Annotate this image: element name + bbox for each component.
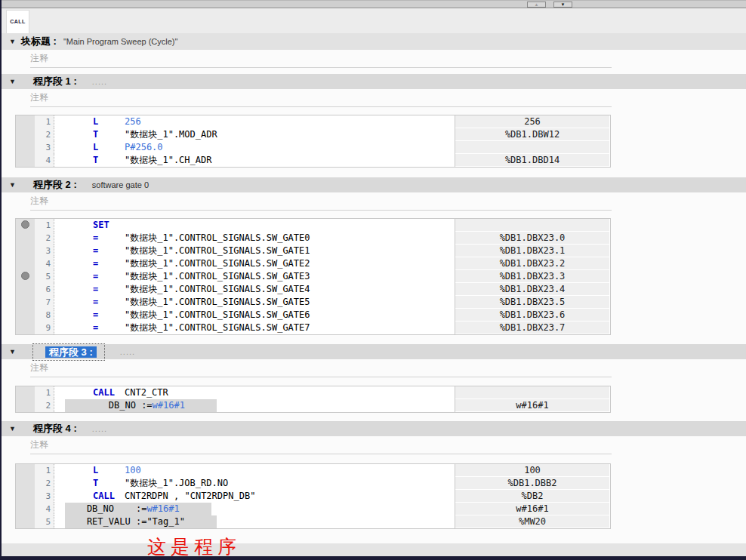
chevron-down-icon[interactable]: ▼ — [8, 38, 17, 45]
breakpoint-margin[interactable] — [16, 386, 35, 399]
chevron-down-icon[interactable]: ▼ — [8, 78, 17, 85]
code-cell[interactable]: ="数据块_1".CONTROL_SIGNALS.SW_GATE5 — [54, 296, 455, 309]
block-title-label: 块标题 : — [21, 35, 57, 48]
code-cell[interactable]: L256 — [54, 115, 455, 128]
code-line: 2T"数据块_1".JOB_RD.NO%DB1.DBB2 — [16, 477, 610, 490]
network-subtitle[interactable]: ..... — [92, 424, 107, 433]
line-number: 2 — [35, 399, 54, 412]
breakpoint-margin[interactable] — [16, 309, 35, 322]
instruction: = — [93, 245, 125, 257]
block-comment-field[interactable]: 注释 — [30, 50, 612, 68]
monitor-column — [455, 219, 609, 232]
instruction: = — [93, 296, 125, 309]
breakpoint-margin[interactable] — [16, 283, 35, 296]
code-line: 9="数据块_1".CONTROL_SIGNALS.SW_GATE7%DB1.D… — [16, 322, 610, 334]
code-cell[interactable]: DB_NO :=w#16#1 — [54, 503, 455, 515]
network-title[interactable]: 程序段 4 : — [33, 422, 77, 435]
operand: CNT2_CTR — [125, 387, 168, 398]
breakpoint-margin[interactable] — [16, 322, 35, 334]
param-name: DB_NO := — [65, 400, 153, 411]
network-header-3[interactable]: ▼程序段 3 :..... — [0, 344, 746, 359]
network-subtitle[interactable]: ..... — [92, 77, 107, 86]
scroll-down-button[interactable]: ▼ — [553, 2, 572, 8]
code-cell[interactable]: ="数据块_1".CONTROL_SIGNALS.SW_GATE1 — [54, 245, 455, 257]
code-cell[interactable]: DB_NO :=w#16#1 — [54, 399, 455, 412]
breakpoint-margin[interactable] — [16, 232, 35, 245]
breakpoint-margin[interactable] — [16, 399, 35, 412]
network-title[interactable]: 程序段 1 : — [33, 75, 77, 88]
monitor-value: 256 — [455, 115, 609, 128]
breakpoint-margin[interactable] — [16, 141, 35, 154]
monitor-value — [455, 386, 609, 398]
block-title-header[interactable]: ▼ 块标题 : "Main Program Sweep (Cycle)" — [0, 33, 746, 50]
breakpoint-margin[interactable] — [16, 270, 35, 283]
network-comment-field[interactable]: 注释 — [30, 89, 612, 107]
chevron-down-icon[interactable]: ▼ — [8, 181, 17, 189]
breakpoint-margin[interactable] — [16, 245, 35, 257]
code-cell[interactable]: ="数据块_1".CONTROL_SIGNALS.SW_GATE2 — [54, 257, 455, 270]
breakpoint-margin[interactable] — [16, 477, 35, 490]
code-cell[interactable]: L100 — [54, 464, 455, 477]
monitor-column: w#16#1 — [455, 399, 609, 412]
monitor-column: 256 — [455, 115, 609, 128]
code-cell[interactable]: T"数据块_1".JOB_RD.NO — [54, 477, 455, 490]
monitor-column: %DB1.DBW12 — [455, 128, 609, 141]
code-cell[interactable]: LP#256.0 — [54, 141, 455, 154]
param-assignment[interactable]: RET_VALU :="Tag_1" — [65, 515, 217, 528]
breakpoint-margin[interactable] — [16, 257, 35, 270]
network-title[interactable]: 程序段 2 : — [33, 178, 77, 192]
network-comment-field[interactable]: 注释 — [30, 192, 612, 211]
line-number: 9 — [35, 322, 54, 334]
param-assignment[interactable]: DB_NO :=w#16#1 — [65, 399, 217, 412]
code-cell[interactable]: CALLCNT2_CTR — [54, 386, 455, 399]
param-assignment[interactable]: DB_NO :=w#16#1 — [65, 503, 211, 515]
spacer — [0, 211, 746, 218]
code-cell[interactable]: ="数据块_1".CONTROL_SIGNALS.SW_GATE7 — [54, 322, 455, 334]
network-subtitle[interactable]: ..... — [120, 347, 135, 356]
scroll-up-button[interactable]: ▲ — [527, 2, 546, 8]
code-line: 6="数据块_1".CONTROL_SIGNALS.SW_GATE4%DB1.D… — [16, 283, 610, 296]
network-header-2[interactable]: ▼程序段 2 :software gate 0 — [0, 177, 746, 192]
monitor-column — [455, 386, 609, 399]
breakpoint-margin[interactable] — [16, 515, 35, 528]
network-header-1[interactable]: ▼程序段 1 :..... — [0, 74, 746, 89]
code-cell[interactable]: SET — [54, 219, 455, 232]
instruction: = — [93, 283, 125, 296]
code-cell[interactable]: ="数据块_1".CONTROL_SIGNALS.SW_GATE0 — [54, 232, 455, 245]
breakpoint-margin[interactable] — [16, 154, 35, 167]
breakpoint-indicator[interactable] — [21, 220, 29, 229]
network-title-selected[interactable]: 程序段 3 : — [45, 346, 97, 358]
breakpoint-margin[interactable] — [16, 115, 35, 128]
code-cell[interactable]: ="数据块_1".CONTROL_SIGNALS.SW_GATE3 — [54, 270, 455, 283]
breakpoint-indicator[interactable] — [21, 272, 29, 280]
monitor-column: w#16#1 — [455, 503, 609, 515]
network-header-4[interactable]: ▼程序段 4 :..... — [0, 421, 746, 436]
breakpoint-margin[interactable] — [16, 128, 35, 141]
breakpoint-margin[interactable] — [16, 490, 35, 503]
monitor-value: %DB1.DBB2 — [455, 477, 609, 489]
code-line: 1SET — [16, 219, 610, 232]
network-comment-field[interactable]: 注释 — [30, 436, 612, 454]
chevron-down-icon[interactable]: ▼ — [8, 348, 17, 355]
breakpoint-margin[interactable] — [16, 219, 35, 232]
operand: "数据块_1".CONTROL_SIGNALS.SW_GATE6 — [125, 309, 310, 320]
code-cell[interactable]: RET_VALU :="Tag_1" — [54, 515, 455, 528]
code-line: 1L256256 — [16, 115, 610, 128]
code-cell[interactable]: T"数据块_1".MOD_ADR — [54, 128, 455, 141]
breakpoint-margin[interactable] — [16, 503, 35, 515]
network-subtitle[interactable]: software gate 0 — [92, 180, 149, 189]
tab-call[interactable]: CALL — [6, 10, 29, 33]
network-comment-field[interactable]: 注释 — [30, 359, 612, 377]
code-cell[interactable]: CALLCNT2RDPN , "CNT2RDPN_DB" — [54, 490, 455, 503]
code-cell[interactable]: T"数据块_1".CH_ADR — [54, 154, 455, 167]
chevron-down-icon[interactable]: ▼ — [8, 425, 17, 432]
monitor-value — [455, 141, 609, 153]
breakpoint-margin[interactable] — [16, 464, 35, 477]
monitor-column: %DB2 — [455, 490, 609, 503]
network-title-focus-box[interactable]: 程序段 3 : — [32, 343, 105, 361]
breakpoint-margin[interactable] — [16, 296, 35, 309]
code-cell[interactable]: ="数据块_1".CONTROL_SIGNALS.SW_GATE4 — [54, 283, 455, 296]
monitor-value — [455, 219, 609, 231]
code-cell[interactable]: ="数据块_1".CONTROL_SIGNALS.SW_GATE6 — [54, 309, 455, 322]
monitor-value: %DB1.DBX23.3 — [455, 270, 609, 282]
